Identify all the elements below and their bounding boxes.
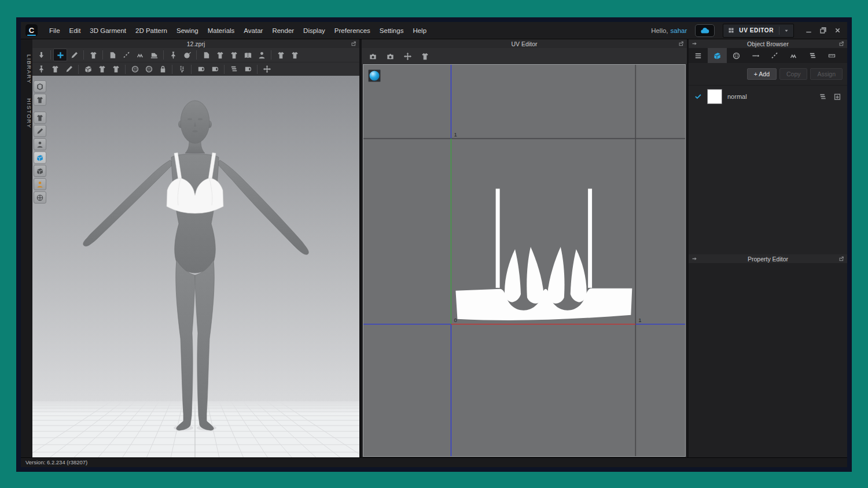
show-pattern-icon[interactable] [34,165,46,177]
uv-strap-right[interactable] [588,188,592,287]
uv-cup-petal-4[interactable] [571,249,587,302]
show-mannequin-icon[interactable] [34,138,46,150]
pin-tool-icon[interactable] [166,49,180,61]
style-brush-icon[interactable] [34,125,46,137]
fabric-icon[interactable] [708,48,727,63]
fabric-list-item[interactable]: normal [689,87,847,106]
topstitch-icon[interactable] [746,48,765,63]
collapse-arrow-icon[interactable] [691,40,698,47]
minimize-icon[interactable] [803,26,814,35]
fabric-roll-icon[interactable] [208,63,222,76]
unfold-pattern-icon[interactable] [199,49,213,61]
uv-pattern-pieces[interactable] [455,188,632,320]
buttonhole-icon[interactable] [156,63,170,76]
sew-garment-icon[interactable] [48,63,62,76]
rotate-view-icon[interactable] [180,49,194,61]
menu-item[interactable]: 2D Pattern [131,22,172,39]
uv-cup-petal-2[interactable] [527,247,544,304]
clo-cloud-button[interactable] [695,24,715,37]
sewing-machine-icon[interactable] [147,49,161,61]
simulate-icon[interactable] [34,49,48,61]
arrange-clothes-icon[interactable] [227,49,241,61]
menu-item[interactable]: Avatar [239,22,267,39]
layers-icon[interactable] [803,48,822,63]
menu-item[interactable]: Render [267,22,299,39]
sidebar-tab-history[interactable]: HISTORY [21,98,32,128]
fabric-tool-icon[interactable] [81,63,95,76]
restore-icon[interactable] [818,26,828,35]
menu-item[interactable]: Settings [375,22,409,39]
button-icon[interactable] [727,48,746,63]
button-cursor-icon[interactable] [128,63,142,76]
collapse-arrow-icon[interactable] [691,256,698,262]
fabric-swatch[interactable] [707,89,722,104]
popout-icon[interactable] [350,40,357,47]
select-brush-icon[interactable] [67,49,81,61]
transform-pattern-icon[interactable] [105,49,119,61]
pin-spread-icon[interactable] [260,63,274,76]
fabric-copy-icon[interactable] [818,93,827,101]
seam-ripper-icon[interactable] [62,63,76,76]
close-icon[interactable] [832,26,843,35]
menu-item[interactable]: Preferences [330,22,375,39]
menu-item[interactable]: Materials [203,22,240,39]
copy-fabric-button[interactable]: Copy [779,68,808,80]
uv-snapshot-icon[interactable] [365,49,380,63]
zipper-tool-icon[interactable] [175,63,189,76]
show-avatar-icon[interactable] [34,178,46,190]
sidebar-tab-library[interactable]: LIBRARY [21,54,32,84]
scene-list-icon[interactable] [689,48,708,63]
uv-strap-left[interactable] [496,188,500,287]
menu-item[interactable]: Sewing [172,22,203,39]
select-cloth-icon[interactable] [274,49,288,61]
select-move-icon[interactable] [53,49,67,61]
clo-logo[interactable]: C [25,24,38,36]
fold-arrangement-icon[interactable] [241,49,255,61]
select-garment-icon[interactable] [86,49,100,61]
move-uv-pattern-icon[interactable] [400,49,415,63]
mode-selector-dropdown[interactable]: UV EDITOR [723,24,794,38]
free-sewing-icon[interactable] [133,49,147,61]
edit-sewing-icon[interactable] [119,49,133,61]
stitch-icon[interactable] [765,48,784,63]
texture-snapshot-icon[interactable] [382,49,398,63]
menu-item[interactable]: Help [408,22,431,39]
popout-icon[interactable] [678,40,685,47]
tack-tool-icon[interactable] [34,63,48,76]
menu-item[interactable]: Display [299,22,330,39]
show-3d-scene-icon[interactable] [34,80,46,93]
uv-cup-petal-3[interactable] [547,247,565,304]
texture-cursor-icon[interactable] [227,63,241,76]
shirring-icon[interactable] [784,48,803,63]
texture-roll-icon[interactable] [241,63,255,76]
popout-icon[interactable] [838,256,845,262]
pattern-shirt-icon[interactable] [109,63,123,76]
popout-icon[interactable] [838,40,845,47]
uv-canvas[interactable]: 1 0 1 [363,64,686,457]
arrange-jacket-icon[interactable] [213,49,227,61]
assign-fabric-button[interactable]: Assign [810,68,843,80]
uv-band[interactable] [455,289,632,320]
show-garment-icon[interactable] [34,94,46,106]
menu-item[interactable]: File [45,22,65,39]
object-browser-tabs [689,48,847,63]
fabric-add-colorway-icon[interactable] [833,93,842,101]
reset-cloth-icon[interactable] [288,49,301,61]
pattern-cursor-icon[interactable] [95,63,109,76]
viewport-3d[interactable] [32,76,359,458]
username-link[interactable]: sahar [671,27,687,34]
fabric-roll-cursor-icon[interactable] [194,63,208,76]
show-fabric-icon[interactable] [34,151,46,164]
uv-cup-petal-1[interactable] [505,249,521,302]
arrange-uv-pattern-icon[interactable] [417,49,432,63]
measure-icon[interactable] [822,48,841,63]
show-wireframe-icon[interactable] [34,191,46,204]
arrange-on-avatar-icon[interactable] [255,49,269,61]
uv-texture-sphere-button[interactable] [368,69,381,82]
menu-item[interactable]: 3D Garment [85,22,131,39]
garment-fit-icon[interactable] [34,112,46,124]
greeting-text: Hello,sahar [651,27,687,34]
menu-item[interactable]: Edit [65,22,86,39]
add-fabric-button[interactable]: + Add [747,68,777,80]
button-tool-icon[interactable] [142,63,156,76]
